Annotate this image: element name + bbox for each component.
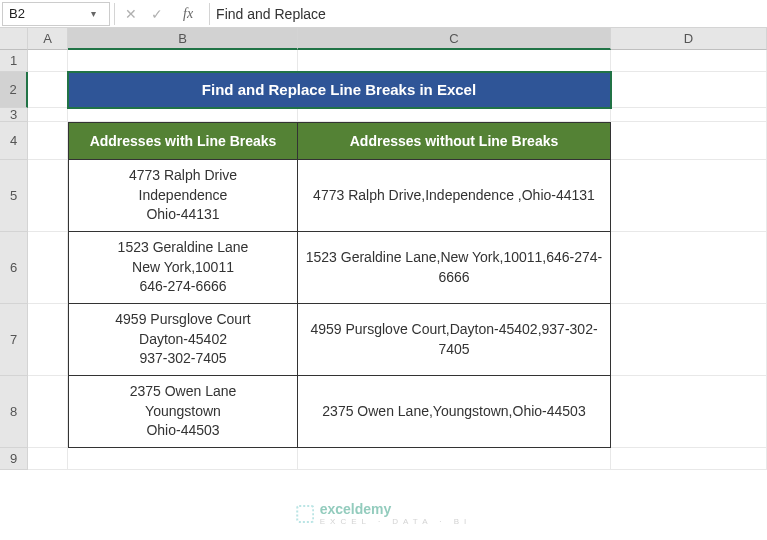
page-title: Find and Replace Line Breaks in Excel <box>202 81 476 98</box>
row-header-7[interactable]: 7 <box>0 304 28 376</box>
formula-bar: B2 ▾ ✕ ✓ fx <box>0 0 767 28</box>
cell-C1[interactable] <box>298 50 611 72</box>
cell-B3[interactable] <box>68 108 298 122</box>
table-cell-C6[interactable]: 1523 Geraldine Lane,New York,10011,646-2… <box>298 232 611 304</box>
table-cell-B8[interactable]: 2375 Owen Lane Youngstown Ohio-44503 <box>68 376 298 448</box>
row-header-2[interactable]: 2 <box>0 72 28 108</box>
watermark-text: exceldemy EXCEL · DATA · BI <box>320 501 472 526</box>
col-header-C[interactable]: C <box>298 28 611 50</box>
cell-D2[interactable] <box>611 72 767 108</box>
cell-B9[interactable] <box>68 448 298 470</box>
row-header-5[interactable]: 5 <box>0 160 28 232</box>
cell-B1[interactable] <box>68 50 298 72</box>
select-all-corner[interactable] <box>0 28 28 50</box>
fx-icon[interactable]: fx <box>177 6 199 22</box>
cancel-icon[interactable]: ✕ <box>125 6 137 22</box>
cell-D5[interactable] <box>611 160 767 232</box>
chevron-down-icon[interactable]: ▾ <box>91 8 103 19</box>
col-header-A[interactable]: A <box>28 28 68 50</box>
cell-C9[interactable] <box>298 448 611 470</box>
table-cell-C5[interactable]: 4773 Ralph Drive,Independence ,Ohio-4413… <box>298 160 611 232</box>
cell-D8[interactable] <box>611 376 767 448</box>
formula-input[interactable] <box>210 0 767 27</box>
row-header-8[interactable]: 8 <box>0 376 28 448</box>
cell-C3[interactable] <box>298 108 611 122</box>
table-cell-B5[interactable]: 4773 Ralph Drive Independence Ohio-44131 <box>68 160 298 232</box>
cell-A5[interactable] <box>28 160 68 232</box>
accept-icon[interactable]: ✓ <box>151 6 163 22</box>
cell-A4[interactable] <box>28 122 68 160</box>
header-label: Addresses with Line Breaks <box>90 133 277 149</box>
table-cell-B6[interactable]: 1523 Geraldine Lane New York,10011 646-2… <box>68 232 298 304</box>
name-box[interactable]: B2 ▾ <box>2 2 110 26</box>
cell-A3[interactable] <box>28 108 68 122</box>
row-header-6[interactable]: 6 <box>0 232 28 304</box>
spreadsheet-grid: A B C D 1 2 Find and Replace Line Breaks… <box>0 28 767 470</box>
table-cell-B7[interactable]: 4959 Pursglove Court Dayton-45402 937-30… <box>68 304 298 376</box>
table-cell-C7[interactable]: 4959 Pursglove Court,Dayton-45402,937-30… <box>298 304 611 376</box>
cell-D4[interactable] <box>611 122 767 160</box>
table-cell-C8[interactable]: 2375 Owen Lane,Youngstown,Ohio-44503 <box>298 376 611 448</box>
watermark: exceldemy EXCEL · DATA · BI <box>296 501 472 526</box>
watermark-logo-icon <box>296 505 314 523</box>
cell-A7[interactable] <box>28 304 68 376</box>
cell-A9[interactable] <box>28 448 68 470</box>
cell-A6[interactable] <box>28 232 68 304</box>
row-header-3[interactable]: 3 <box>0 108 28 122</box>
cell-A1[interactable] <box>28 50 68 72</box>
cell-A2[interactable] <box>28 72 68 108</box>
name-box-value: B2 <box>9 6 25 21</box>
cell-D7[interactable] <box>611 304 767 376</box>
table-header-left[interactable]: Addresses with Line Breaks <box>68 122 298 160</box>
row-header-9[interactable]: 9 <box>0 448 28 470</box>
col-header-B[interactable]: B <box>68 28 298 50</box>
cell-D9[interactable] <box>611 448 767 470</box>
header-label: Addresses without Line Breaks <box>350 133 559 149</box>
title-cell[interactable]: Find and Replace Line Breaks in Excel <box>68 72 611 108</box>
row-header-1[interactable]: 1 <box>0 50 28 72</box>
cell-A8[interactable] <box>28 376 68 448</box>
table-header-right[interactable]: Addresses without Line Breaks <box>298 122 611 160</box>
col-header-D[interactable]: D <box>611 28 767 50</box>
formula-buttons: ✕ ✓ fx <box>115 6 209 22</box>
cell-D1[interactable] <box>611 50 767 72</box>
cell-D3[interactable] <box>611 108 767 122</box>
cell-D6[interactable] <box>611 232 767 304</box>
row-header-4[interactable]: 4 <box>0 122 28 160</box>
